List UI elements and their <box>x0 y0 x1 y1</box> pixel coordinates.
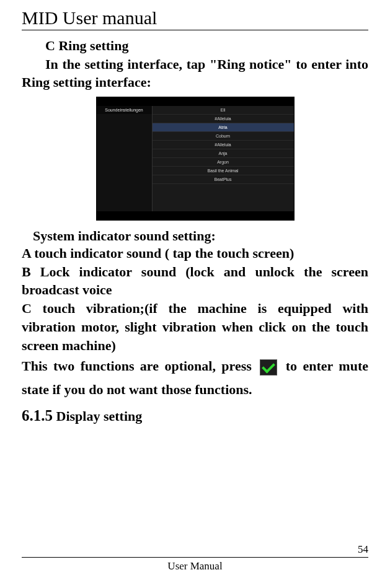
screenshot-row: Argon <box>153 158 294 167</box>
screenshot-row: #Alleluia <box>153 115 294 123</box>
section-heading-c: C Ring setting <box>45 37 368 55</box>
screenshot-row: Basil the Animal <box>153 167 294 175</box>
screenshot-row: BeatPlus <box>153 175 294 184</box>
page-number: 54 <box>22 543 368 556</box>
display-number: 6.1.5 <box>22 407 53 424</box>
ring-setting-screenshot: Soundeinstellungen Ell #Alleluia Atria C… <box>96 97 295 221</box>
footer: 54 User Manual <box>22 543 368 573</box>
display-label: Display setting <box>56 408 143 424</box>
screenshot-row: Coburn <box>153 132 294 141</box>
screenshot-row: #Alleluia <box>153 141 294 149</box>
screenshot-sidebar-title: Soundeinstellungen <box>97 106 152 114</box>
intro-paragraph: In the setting interface, tap "Ring noti… <box>22 55 368 92</box>
screenshot-content: Ell #Alleluia Atria Coburn #Alleluia Anj… <box>153 106 294 211</box>
footer-label: User Manual <box>22 560 368 573</box>
screenshot-row: Anja <box>153 149 294 158</box>
item-a: A touch indicator sound ( tap the touch … <box>22 244 368 263</box>
screenshot-topbar <box>97 97 294 106</box>
screenshot-sidebar: Soundeinstellungen <box>97 106 153 211</box>
footer-rule <box>22 557 368 558</box>
icon-line-before: This two functions are optional, press <box>22 358 252 374</box>
optional-functions-line: This two functions are optional, press t… <box>22 354 368 401</box>
system-indicator-heading: System indicator sound setting: <box>33 228 368 244</box>
page-title: MID User manual <box>22 7 368 29</box>
checkbox-checked-icon <box>260 359 277 375</box>
screenshot-container: Soundeinstellungen Ell #Alleluia Atria C… <box>22 97 368 223</box>
item-b: B Lock indicator sound (lock and unlock … <box>22 263 368 299</box>
screenshot-row: Ell <box>153 106 294 115</box>
screenshot-bottombar <box>97 211 294 220</box>
item-c: C touch vibration;(if the machine is equ… <box>22 299 368 354</box>
screenshot-row: Atria <box>153 123 294 132</box>
display-setting-heading: 6.1.5 Display setting <box>22 407 368 424</box>
header-rule <box>22 30 368 30</box>
